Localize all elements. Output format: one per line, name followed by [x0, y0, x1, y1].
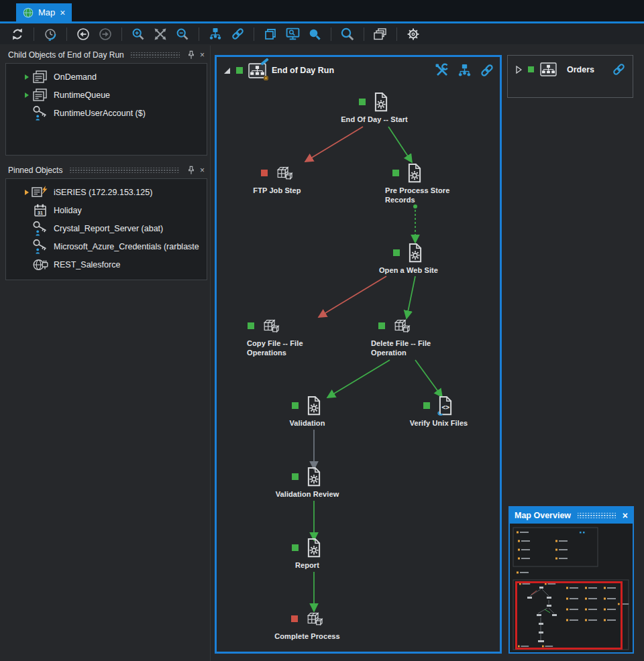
status-square: [261, 170, 268, 176]
tree-item-crystal-report-server[interactable]: Crystal_Report_Server (abat): [6, 219, 207, 237]
settings-gear-button[interactable]: [405, 26, 421, 42]
toolbar-separator: [254, 27, 254, 41]
key-user-icon: [32, 105, 49, 121]
tree-item-label: RuntimeQueue: [54, 91, 110, 100]
pin-icon[interactable]: [186, 166, 196, 175]
forward-button[interactable]: [97, 26, 113, 42]
tree-item-label: OnDemand: [54, 72, 97, 82]
node-pre-process-store-records[interactable]: Pre Process Store Records: [368, 163, 448, 204]
tab-title: Map: [38, 7, 55, 17]
job-document-icon: [372, 92, 390, 112]
pinned-objects-panel: Pinned Objects × iSERIES (172.29.153.125…: [5, 162, 207, 280]
job-document-icon: [406, 163, 423, 183]
map-overview-panel: Map Overview ×: [508, 506, 634, 654]
edge-start-ftp[interactable]: [305, 127, 363, 162]
edge-openweb-copyfile[interactable]: [319, 276, 386, 317]
zoom-in-button[interactable]: [130, 26, 146, 42]
tree-item-label: Microsoft_Azure_Credentials (rarblaste: [54, 242, 199, 251]
windows-cascade-button[interactable]: [372, 26, 388, 42]
orders-group[interactable]: Orders: [507, 55, 633, 98]
toolbar-separator: [364, 27, 364, 41]
status-square: [248, 322, 254, 329]
back-button[interactable]: [75, 26, 91, 42]
edge-deletefile-validation[interactable]: [327, 360, 390, 398]
panel-splitter[interactable]: [210, 46, 211, 661]
drag-handle[interactable]: [578, 513, 616, 518]
panel-title: Child Objects of End of Day Run: [8, 50, 124, 60]
layers-button[interactable]: [262, 26, 278, 42]
tab-close-icon[interactable]: ×: [60, 8, 65, 17]
minimap[interactable]: [510, 524, 633, 652]
tree-item-holiday[interactable]: Holiday: [6, 201, 207, 219]
map-canvas-end-of-day-run[interactable]: End of Day Run: [215, 55, 502, 654]
expand-arrow-icon[interactable]: [25, 93, 32, 98]
node-end-of-day-start[interactable]: End Of Day -- Start: [334, 92, 415, 124]
monitor-search-button[interactable]: [284, 26, 301, 42]
expand-arrow-icon[interactable]: [25, 74, 32, 80]
link-icon[interactable]: [612, 62, 626, 76]
tab-map[interactable]: Map ×: [16, 3, 72, 21]
hierarchy-button[interactable]: [207, 26, 223, 42]
search-large-button[interactable]: [339, 26, 356, 42]
zoom-out-button[interactable]: [174, 26, 191, 42]
expand-triangle-icon[interactable]: [516, 66, 522, 74]
edge-start-preprocess[interactable]: [388, 127, 412, 162]
history-clock-button[interactable]: [42, 26, 58, 42]
close-icon[interactable]: ×: [623, 510, 628, 521]
link-icon[interactable]: [480, 63, 494, 78]
pinned-objects-panel-header: Pinned Objects ×: [5, 162, 207, 178]
pin-icon[interactable]: [186, 50, 196, 60]
status-square: [392, 170, 399, 176]
node-delete-file[interactable]: Delete File -- File Operation: [354, 316, 435, 357]
expand-arrow-icon[interactable]: [25, 190, 32, 195]
jobsteps-cubes-icon: [392, 318, 411, 334]
zoom-fit-button[interactable]: [152, 26, 168, 42]
jobsteps-cubes-icon: [274, 165, 293, 181]
tree-item-microsoft-azure-credentials[interactable]: Microsoft_Azure_Credentials (rarblaste: [6, 237, 207, 255]
search-button[interactable]: [307, 26, 323, 42]
tree-item-rest-salesforce[interactable]: REST_Salesforce: [6, 255, 207, 274]
job-document-icon: [305, 396, 323, 416]
toolbar-separator: [121, 27, 122, 41]
toolbar-separator: [66, 27, 67, 41]
application-window: Map × Child Objects of End of Day Run: [0, 0, 644, 661]
edge-deletefile-verifyunix[interactable]: [415, 360, 442, 397]
queue-icon: [32, 70, 49, 84]
refresh-button[interactable]: [9, 26, 25, 42]
node-report[interactable]: Report: [267, 538, 347, 570]
status-square: [292, 402, 299, 409]
status-square: [292, 544, 299, 551]
node-validation[interactable]: Validation: [267, 396, 347, 428]
minimap-viewport[interactable]: [515, 581, 623, 650]
node-ftp-job-step[interactable]: FTP Job Step: [237, 163, 317, 195]
close-icon[interactable]: ×: [200, 50, 205, 60]
map-overview-header: Map Overview ×: [510, 507, 633, 524]
toolbar: [0, 21, 644, 44]
drag-handle[interactable]: [131, 52, 180, 58]
edge-origin-dot: [413, 204, 417, 208]
node-complete-process[interactable]: Complete Process: [267, 609, 347, 641]
job-document-code-icon: [437, 396, 454, 416]
tree-item-label: Crystal_Report_Server (abat): [54, 224, 163, 233]
status-square: [393, 249, 400, 256]
tree-item-runtimeuseraccount[interactable]: RuntimeUserAccount ($): [6, 104, 207, 122]
edge-openweb-deletefile[interactable]: [407, 276, 415, 318]
tree-item-label: Holiday: [54, 206, 82, 215]
node-validation-review[interactable]: Validation Review: [267, 467, 347, 499]
tree-item-iseries[interactable]: iSERIES (172.29.153.125): [6, 183, 207, 201]
tree-item-ondemand[interactable]: OnDemand: [6, 68, 207, 86]
hierarchy-icon[interactable]: [458, 64, 472, 78]
jobsteps-cubes-icon: [305, 611, 323, 627]
key-user-icon: [32, 239, 49, 254]
job-document-icon: [407, 243, 424, 263]
node-copy-file[interactable]: Copy File -- File Operations: [223, 316, 304, 357]
tools-icon[interactable]: [435, 63, 449, 78]
tree-item-runtimequeue[interactable]: RuntimeQueue: [6, 86, 207, 104]
node-open-a-web-site[interactable]: Open a Web Site: [368, 243, 449, 275]
node-verify-unix-files[interactable]: Verify Unix Files: [398, 396, 479, 428]
link-button[interactable]: [229, 26, 246, 42]
drag-handle[interactable]: [69, 168, 180, 173]
close-icon[interactable]: ×: [200, 166, 205, 175]
tree-item-label: REST_Salesforce: [54, 260, 120, 269]
collapse-triangle-icon[interactable]: [223, 67, 231, 74]
